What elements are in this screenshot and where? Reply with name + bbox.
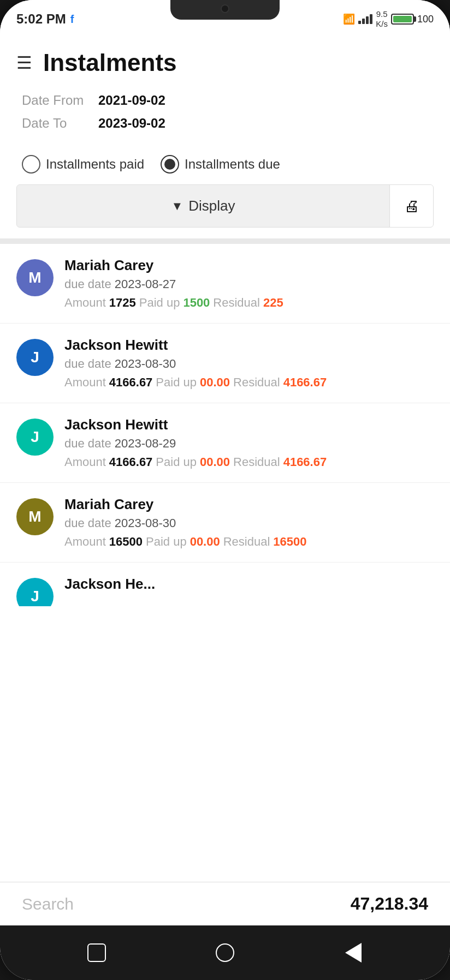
instalment-item[interactable]: M Mariah Carey due date 2023-08-27 Amoun… bbox=[0, 244, 450, 324]
date-from-value: 2021-09-02 bbox=[98, 93, 165, 108]
radio-section: Installments paid Installments due bbox=[0, 150, 450, 184]
hamburger-menu-icon[interactable]: ☰ bbox=[16, 52, 32, 73]
date-to-label: Date To bbox=[22, 116, 98, 131]
battery-icon bbox=[391, 14, 414, 25]
item-name: Jackson Hewitt bbox=[64, 416, 434, 433]
bar4 bbox=[370, 14, 372, 24]
amount-value: 1725 bbox=[109, 296, 136, 310]
due-value: 2023-08-30 bbox=[115, 516, 176, 530]
instalment-item[interactable]: J Jackson Hewitt due date 2023-08-29 Amo… bbox=[0, 403, 450, 483]
amount-label: Amount bbox=[64, 296, 106, 310]
item-name: Jackson Hewitt bbox=[64, 337, 434, 354]
bar3 bbox=[366, 16, 369, 24]
nav-recent-button[interactable] bbox=[85, 941, 109, 965]
due-label: due date bbox=[64, 516, 115, 530]
network-speed: 9.5K/s bbox=[376, 9, 388, 29]
phone-screen: 5:02 PM f 📶 9.5K/s 100 bbox=[0, 0, 450, 980]
item-due-date: due date 2023-08-29 bbox=[64, 437, 434, 451]
item-amounts: Amount 4166.67 Paid up 00.00 Residual 41… bbox=[64, 455, 434, 469]
camera bbox=[221, 4, 229, 13]
paidup-value: 00.00 bbox=[200, 375, 230, 390]
due-value: 2023-08-29 bbox=[115, 437, 176, 450]
date-to-row: Date To 2023-09-02 bbox=[22, 116, 428, 131]
residual-label: Residual bbox=[223, 535, 270, 549]
battery-fill bbox=[393, 16, 412, 22]
bar1 bbox=[358, 21, 361, 24]
status-right: 📶 9.5K/s 100 bbox=[343, 9, 434, 29]
item-details: Jackson Hewitt due date 2023-08-30 Amoun… bbox=[64, 337, 434, 390]
avatar: M bbox=[16, 498, 54, 535]
radio-installments-paid[interactable]: Installments paid bbox=[22, 155, 144, 174]
due-label: due date bbox=[64, 357, 115, 371]
instalment-item-partial[interactable]: J Jackson He... bbox=[0, 563, 450, 606]
paidup-label: Paid up bbox=[156, 375, 197, 390]
item-amounts: Amount 1725 Paid up 1500 Residual 225 bbox=[64, 296, 434, 310]
bar2 bbox=[362, 19, 365, 24]
time-display: 5:02 PM bbox=[16, 11, 66, 27]
avatar: J bbox=[16, 419, 54, 456]
paidup-label: Paid up bbox=[146, 535, 187, 549]
residual-value: 16500 bbox=[273, 535, 306, 549]
item-name: Jackson He... bbox=[64, 576, 434, 593]
page-title: Instalments bbox=[43, 49, 177, 76]
paidup-value: 1500 bbox=[183, 296, 210, 310]
bottom-bar: Search 47,218.34 bbox=[0, 882, 450, 925]
notch bbox=[170, 0, 280, 20]
date-from-row: Date From 2021-09-02 bbox=[22, 93, 428, 108]
avatar: J bbox=[16, 339, 54, 376]
back-icon bbox=[345, 943, 362, 963]
app-header: ☰ Instalments bbox=[0, 33, 450, 87]
print-icon: 🖨 bbox=[404, 197, 419, 215]
item-amounts: Amount 16500 Paid up 00.00 Residual 1650… bbox=[64, 535, 434, 549]
item-details: Jackson Hewitt due date 2023-08-29 Amoun… bbox=[64, 416, 434, 469]
section-divider bbox=[0, 238, 450, 244]
display-label: Display bbox=[188, 198, 235, 214]
total-amount: 47,218.34 bbox=[351, 894, 428, 914]
residual-value: 4166.67 bbox=[283, 455, 327, 469]
radio-paid-label: Installments paid bbox=[46, 157, 144, 172]
app-content: ☰ Instalments Date From 2021-09-02 Date … bbox=[0, 33, 450, 925]
amount-label: Amount bbox=[64, 455, 106, 469]
display-bar: ▼ Display 🖨 bbox=[16, 184, 434, 228]
due-label: due date bbox=[64, 437, 115, 450]
radio-paid-circle bbox=[22, 155, 40, 174]
instalment-list: M Mariah Carey due date 2023-08-27 Amoun… bbox=[0, 244, 450, 606]
display-button[interactable]: ▼ Display bbox=[17, 185, 389, 227]
home-icon bbox=[216, 943, 234, 962]
item-due-date: due date 2023-08-30 bbox=[64, 516, 434, 530]
amount-value: 4166.67 bbox=[109, 455, 153, 469]
paidup-label: Paid up bbox=[139, 296, 180, 310]
due-value: 2023-08-27 bbox=[115, 277, 176, 291]
signal-bars bbox=[358, 14, 372, 24]
nav-back-button[interactable] bbox=[341, 941, 365, 965]
android-nav bbox=[0, 925, 450, 980]
amount-label: Amount bbox=[64, 535, 106, 549]
filter-section: Date From 2021-09-02 Date To 2023-09-02 bbox=[0, 87, 450, 150]
radio-installments-due[interactable]: Installments due bbox=[161, 155, 280, 174]
search-label[interactable]: Search bbox=[22, 895, 74, 913]
amount-label: Amount bbox=[64, 375, 106, 390]
radio-due-circle bbox=[161, 155, 179, 174]
amount-value: 16500 bbox=[109, 535, 143, 549]
residual-label: Residual bbox=[233, 455, 280, 469]
print-button[interactable]: 🖨 bbox=[389, 185, 433, 227]
residual-label: Residual bbox=[213, 296, 260, 310]
item-name: Mariah Carey bbox=[64, 257, 434, 274]
item-details: Mariah Carey due date 2023-08-27 Amount … bbox=[64, 257, 434, 310]
item-due-date: due date 2023-08-27 bbox=[64, 277, 434, 291]
item-due-date: due date 2023-08-30 bbox=[64, 357, 434, 371]
item-details: Mariah Carey due date 2023-08-30 Amount … bbox=[64, 496, 434, 549]
battery-percent: 100 bbox=[417, 14, 434, 25]
phone-shell: 5:02 PM f 📶 9.5K/s 100 bbox=[0, 0, 450, 980]
instalment-item[interactable]: M Mariah Carey due date 2023-08-30 Amoun… bbox=[0, 483, 450, 563]
residual-value: 4166.67 bbox=[283, 375, 327, 390]
instalment-item[interactable]: J Jackson Hewitt due date 2023-08-30 Amo… bbox=[0, 324, 450, 403]
due-label: due date bbox=[64, 277, 115, 291]
item-details: Jackson He... bbox=[64, 576, 434, 596]
residual-value: 225 bbox=[263, 296, 283, 310]
nav-home-button[interactable] bbox=[213, 941, 237, 965]
avatar: J bbox=[16, 578, 54, 606]
paidup-value: 00.00 bbox=[200, 455, 230, 469]
item-amounts: Amount 4166.67 Paid up 00.00 Residual 41… bbox=[64, 375, 434, 390]
amount-value: 4166.67 bbox=[109, 375, 153, 390]
